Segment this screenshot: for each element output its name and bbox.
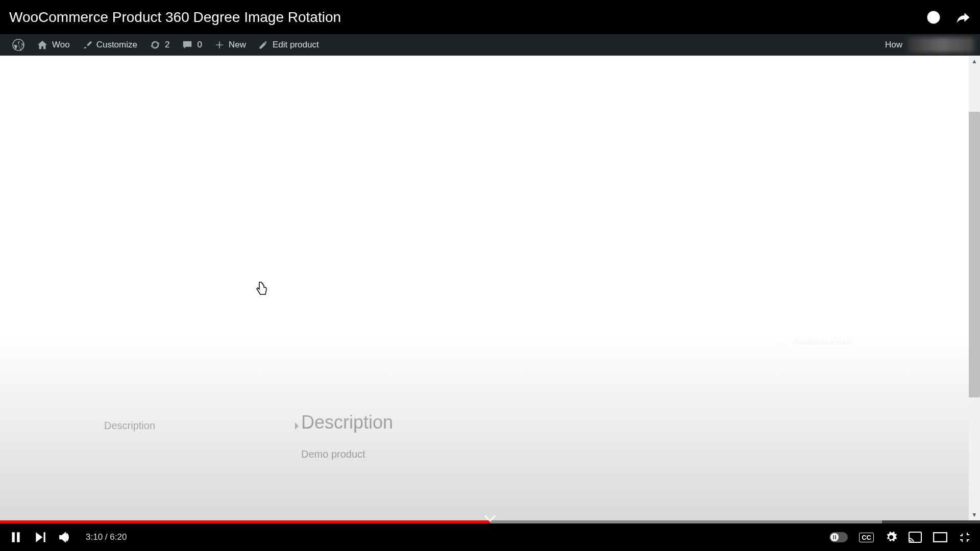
product-tabs: Description Description Demo product xyxy=(0,371,980,460)
recent-post-link[interactable]: Hello world! xyxy=(793,181,849,192)
breadcrumb-category[interactable]: Uncategorized xyxy=(158,71,220,82)
comment-icon xyxy=(776,251,786,260)
add-to-cart-form: Add to cart xyxy=(408,218,715,247)
wp-new[interactable]: New xyxy=(208,40,252,50)
folder-icon xyxy=(776,335,786,344)
fullscreen-exit-button[interactable] xyxy=(959,531,971,543)
wp-updates-count: 2 xyxy=(165,40,169,50)
comment-author-link[interactable]: A WordPress Commenter xyxy=(794,250,911,261)
svg-point-37 xyxy=(777,110,782,115)
svg-line-29 xyxy=(120,295,126,304)
quantity-input[interactable] xyxy=(408,218,439,247)
wp-site-menu[interactable]: Woo xyxy=(31,39,76,51)
wp-admin-bar: Woo Customize 2 0 New Edit product How xyxy=(0,34,980,56)
wp-logo-menu[interactable] xyxy=(6,39,31,51)
header-actions xyxy=(926,10,971,25)
svg-point-20 xyxy=(186,140,207,146)
zoom-icon[interactable] xyxy=(301,117,317,133)
archive-link[interactable]: August 2018 xyxy=(794,334,852,345)
wp-edit-label: Edit product xyxy=(273,40,319,50)
search-widget xyxy=(776,108,929,124)
price-original: ₹1,500.00 xyxy=(408,180,478,197)
wp-comments[interactable]: 0 xyxy=(176,39,208,51)
category-label: Category: xyxy=(408,278,453,289)
scrollbar-down-arrow[interactable]: ▼ xyxy=(969,509,980,520)
comment-icon xyxy=(182,39,193,51)
search-input[interactable] xyxy=(791,108,929,119)
home-icon xyxy=(102,71,112,82)
video-title: WooCommerce Product 360 Degree Image Rot… xyxy=(9,9,341,26)
watch-later-icon[interactable] xyxy=(926,10,941,25)
product-thumbnails: ↻ 360° xyxy=(102,281,388,316)
comment-post-link[interactable]: Hello world! xyxy=(776,265,831,276)
scrollbar-up-arrow[interactable]: ▲ xyxy=(969,56,980,67)
current-time: 3:10 xyxy=(86,532,103,542)
wp-customize-label: Customize xyxy=(96,40,137,50)
product-gallery: ↻ 360° xyxy=(102,108,388,371)
next-button[interactable] xyxy=(34,531,47,544)
product-main: ↻ 360° SALE! BTW Cycle ₹1,500.00 ₹1,250.… xyxy=(0,82,980,371)
time-display: 3:10 / 6:20 xyxy=(86,532,127,542)
product-main-image[interactable] xyxy=(102,108,327,261)
svg-line-38 xyxy=(781,114,784,117)
cast-button[interactable] xyxy=(909,532,922,543)
wp-site-name: Woo xyxy=(52,40,70,50)
share-icon[interactable] xyxy=(955,10,971,25)
thumb-360-label: 360° xyxy=(278,293,298,304)
theater-mode-button[interactable] xyxy=(933,532,947,542)
captions-button[interactable]: CC xyxy=(859,533,874,542)
svg-line-2 xyxy=(311,127,314,130)
autoplay-toggle[interactable] xyxy=(829,532,848,542)
recent-post-item: Hello world! xyxy=(776,181,929,192)
product-summary: SALE! BTW Cycle ₹1,500.00 ₹1,250.00 Add … xyxy=(408,108,715,371)
recent-comment-item: A WordPress Commenter on Hello world! xyxy=(776,248,929,278)
wp-updates[interactable]: 2 xyxy=(143,39,176,51)
wp-edit[interactable]: Edit product xyxy=(252,40,325,50)
tab-description-label: Description xyxy=(104,420,155,432)
thumbnail-360[interactable]: ↻ 360° xyxy=(271,281,305,316)
duration: 6:20 xyxy=(110,532,127,542)
archives-heading: Archives xyxy=(776,303,929,319)
chapters-toggle[interactable] xyxy=(484,515,496,522)
page-scrollbar[interactable]: ▲ ▼ xyxy=(969,56,980,520)
thumbnail-3[interactable] xyxy=(214,281,249,316)
bicycle-image xyxy=(112,118,316,251)
category-link[interactable]: Uncategorized xyxy=(453,278,516,289)
breadcrumb-home[interactable]: Home xyxy=(102,71,143,82)
svg-line-26 xyxy=(118,294,126,295)
description-text: Demo product xyxy=(301,448,980,460)
add-to-cart-button[interactable]: Add to cart xyxy=(448,218,532,247)
breadcrumb-home-label: Home xyxy=(117,71,143,82)
page-body: Home Uncategorized BTW Cycle xyxy=(0,56,980,520)
description-heading: Description xyxy=(301,412,980,433)
settings-button[interactable] xyxy=(885,531,897,543)
svg-line-27 xyxy=(126,295,127,304)
thumbnail-2[interactable] xyxy=(158,281,193,316)
thumbnail-1[interactable] xyxy=(102,281,137,316)
svg-line-11 xyxy=(161,164,204,215)
video-viewport: Woo Customize 2 0 New Edit product How xyxy=(0,34,980,520)
svg-line-12 xyxy=(204,164,260,169)
tab-description[interactable]: Description xyxy=(102,412,301,440)
svg-line-19 xyxy=(199,146,204,164)
volume-button[interactable] xyxy=(58,531,71,544)
breadcrumb-current: BTW Cycle xyxy=(234,71,283,82)
progress-played xyxy=(0,520,490,523)
svg-line-15 xyxy=(219,169,260,215)
scrollbar-thumb[interactable] xyxy=(969,112,980,397)
svg-rect-39 xyxy=(12,532,14,542)
wp-customize[interactable]: Customize xyxy=(76,40,143,50)
home-icon xyxy=(37,39,48,51)
tab-nav: Description xyxy=(102,412,301,460)
price-sale: ₹1,250.00 xyxy=(489,180,558,197)
svg-line-13 xyxy=(260,169,268,215)
svg-rect-40 xyxy=(17,532,19,542)
video-player-controls: 3:10 / 6:20 CC xyxy=(0,523,980,551)
plus-icon xyxy=(214,40,225,50)
product-title: BTW Cycle xyxy=(408,130,715,164)
wp-user-menu[interactable]: How xyxy=(885,37,974,53)
product-meta: Category: Uncategorized xyxy=(408,278,715,289)
wordpress-icon xyxy=(12,39,24,51)
tab-panel-description: Description Demo product xyxy=(301,412,980,460)
pause-button[interactable] xyxy=(9,531,22,544)
